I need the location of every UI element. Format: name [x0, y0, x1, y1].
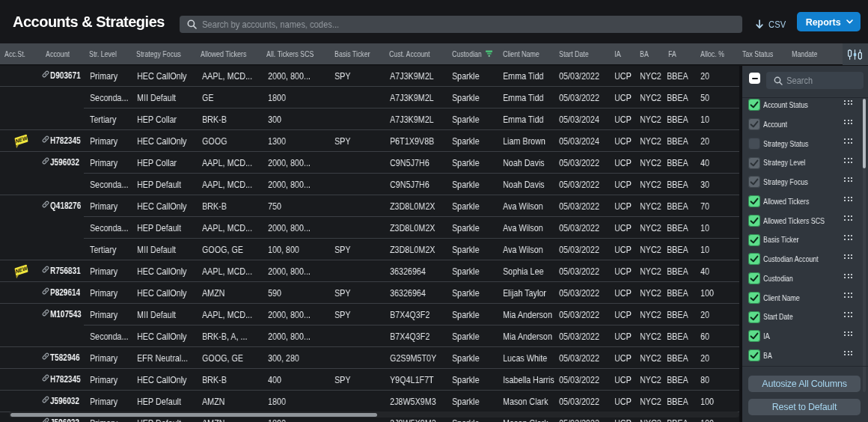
reports-button[interactable]: Reports [797, 12, 861, 31]
horizontal-scrollbar-thumb[interactable] [10, 413, 377, 417]
cell-account[interactable]: H782345 [50, 368, 81, 390]
column-checkbox-checked[interactable] [748, 330, 760, 342]
column-checkbox-checked[interactable] [748, 292, 760, 304]
column-checkbox-checked-disabled[interactable] [748, 157, 760, 169]
drag-handle-icon[interactable] [844, 197, 853, 202]
table-row[interactable]: D903671PrimaryHEC CallOnlyAAPL, MCD...20… [0, 66, 739, 86]
column-header-client[interactable]: Client Name [503, 43, 540, 65]
drag-handle-icon[interactable] [844, 331, 853, 337]
column-header-tax[interactable]: Tax Status [742, 43, 773, 65]
cell-client: Sophia Lee [503, 260, 544, 281]
column-checkbox-checked-disabled[interactable] [748, 118, 760, 130]
drag-handle-icon[interactable] [844, 254, 853, 260]
cell-client: Ava Wilson [503, 238, 543, 260]
global-search-input[interactable]: Search by accounts, names, codes... [180, 16, 742, 33]
columns-tool-panel: Search Account StatusAccountStrategy Sta… [742, 66, 868, 422]
column-header-accst[interactable]: Acc.St. [4, 43, 25, 65]
cell-account[interactable]: M107543 [50, 303, 82, 325]
column-header-ba[interactable]: BA [640, 43, 649, 65]
table-row[interactable]: NEWR756831PrimaryHEC CallOnlyAAPL, MCD..… [0, 260, 739, 281]
cell-custodian: Sparkle [452, 390, 480, 412]
table-row[interactable]: Seconda...MII DefaultGE1800A7J3K9M2LSpar… [0, 86, 739, 108]
table-row[interactable]: Q418276PrimaryHEC CallOnlyBRK-B750Z3D8L0… [0, 195, 739, 216]
drag-handle-icon[interactable] [844, 293, 853, 298]
cell-focus: HEP Collar [137, 151, 177, 173]
cell-account[interactable]: Q418276 [50, 195, 81, 216]
drag-handle-icon[interactable] [844, 158, 853, 163]
table-row[interactable]: P829614PrimaryHEC CallOnlyAMZN590SPY3632… [0, 281, 739, 303]
cell-account[interactable]: D903671 [50, 66, 81, 86]
cell-custodian: Sparkle [452, 325, 480, 346]
cell-ia: UCP [614, 390, 632, 412]
drag-handle-icon[interactable] [844, 351, 853, 356]
column-checkbox-checked[interactable] [748, 272, 760, 284]
column-header-ia[interactable]: IA [614, 43, 620, 65]
drag-handle-icon[interactable] [844, 312, 853, 317]
autosize-all-columns-button[interactable]: Autosize All Columns [748, 376, 861, 392]
panel-scrollbar-thumb[interactable] [863, 99, 866, 168]
column-checkbox-checked[interactable] [748, 253, 760, 265]
column-header-custodian[interactable]: Custodian [452, 43, 492, 65]
column-checkbox-unchecked-disabled[interactable] [748, 138, 760, 150]
cell-cust: Z3D8L0M2X [390, 216, 435, 238]
column-header-cust[interactable]: Cust. Account [389, 43, 430, 65]
column-checkbox-checked[interactable] [748, 99, 760, 111]
reset-to-default-button[interactable]: Reset to Default [748, 399, 861, 415]
cell-account[interactable]: J596032 [50, 151, 79, 173]
table-row[interactable]: NEWH782345PrimaryHEC CallOnlyGOOG1300SPY… [0, 129, 739, 151]
column-header-mandate[interactable]: Mandate [792, 43, 817, 65]
check-icon [748, 253, 760, 265]
table-row[interactable]: J596032PrimaryHEP DefaultAMZN18002J8W5X9… [0, 390, 739, 412]
table-row[interactable]: Seconda...HEP DefaultAAPL, MCD...2000, 8… [0, 173, 739, 195]
sidebar-toggle-strip[interactable] [843, 43, 868, 65]
table-row[interactable]: T582946PrimaryEFR Neutral...GOOG, GE300,… [0, 346, 739, 368]
column-header-alloc[interactable]: Alloc. % [700, 43, 724, 65]
drag-handle-icon[interactable] [844, 215, 853, 221]
column-header-level[interactable]: Str. Level [89, 43, 117, 65]
drag-handle-icon[interactable] [844, 100, 853, 106]
csv-export-button[interactable]: CSV [755, 14, 789, 34]
column-header-basis[interactable]: Basis Ticker [334, 43, 370, 65]
column-header-scs[interactable]: All. Tickers SCS [266, 43, 314, 65]
table-row[interactable]: J596032PrimaryHEP CollarAAPL, MCD...2000… [0, 151, 739, 173]
drag-handle-icon[interactable] [844, 120, 853, 125]
columns-search-input[interactable]: Search [766, 72, 864, 89]
column-checkbox-checked[interactable] [748, 215, 760, 227]
link-icon [42, 396, 49, 403]
cell-alloc: 50 [700, 86, 709, 108]
cell-account[interactable]: H782345 [50, 129, 81, 151]
table-row[interactable]: TertiaryHEP CollarBRK-B300A7J3K9M2LSpark… [0, 108, 739, 129]
table-row[interactable]: M107543PrimaryMII DefaultAAPL, MCD...200… [0, 303, 739, 325]
column-checkbox-checked[interactable] [748, 349, 760, 361]
cell-level: Primary [90, 151, 117, 173]
select-all-checkbox[interactable] [749, 73, 760, 84]
column-header-fa[interactable]: FA [668, 43, 676, 65]
drag-handle-icon[interactable] [844, 274, 853, 279]
column-checkbox-checked[interactable] [748, 311, 760, 323]
column-checkbox-checked-disabled[interactable] [748, 176, 760, 188]
column-checkbox-checked[interactable] [748, 234, 760, 246]
column-header-account[interactable]: Account [46, 43, 70, 65]
drag-handle-icon[interactable] [844, 177, 853, 183]
column-header-start[interactable]: Start Date [559, 43, 589, 65]
link-icon [42, 352, 49, 360]
check-icon [748, 272, 760, 284]
cell-fa: BBEA [667, 281, 688, 303]
cell-account[interactable]: T582946 [50, 346, 80, 368]
column-header-allowed[interactable]: Allowed Tickers [201, 43, 246, 65]
table-row[interactable]: TertiaryMII DefaultGOOG, GE100, 800SPYZ3… [0, 238, 739, 260]
table-row[interactable]: Seconda...HEP DefaultAAPL, MCD...2000, 8… [0, 216, 739, 238]
cell-account[interactable]: J596032 [50, 390, 79, 412]
table-row[interactable]: Seconda...HEC CallOnlyBRK-B, A, ...2000,… [0, 325, 739, 346]
cell-account[interactable]: R756831 [50, 260, 81, 281]
new-badge: NEW [14, 264, 28, 275]
global-search-placeholder: Search by accounts, names, codes... [202, 19, 339, 30]
table-row[interactable]: H782345PrimaryHEC CallOnlyBRK-B400SPYY9Q… [0, 368, 739, 390]
cell-account[interactable]: P829614 [50, 281, 80, 303]
column-checkbox-checked[interactable] [748, 195, 760, 207]
drag-handle-icon[interactable] [844, 138, 853, 144]
cell-scs: 2000, 800... [268, 303, 311, 325]
column-header-focus[interactable]: Strategy Focus [136, 43, 180, 65]
drag-handle-icon[interactable] [844, 235, 853, 240]
columns-panel-header: Search [742, 66, 868, 98]
